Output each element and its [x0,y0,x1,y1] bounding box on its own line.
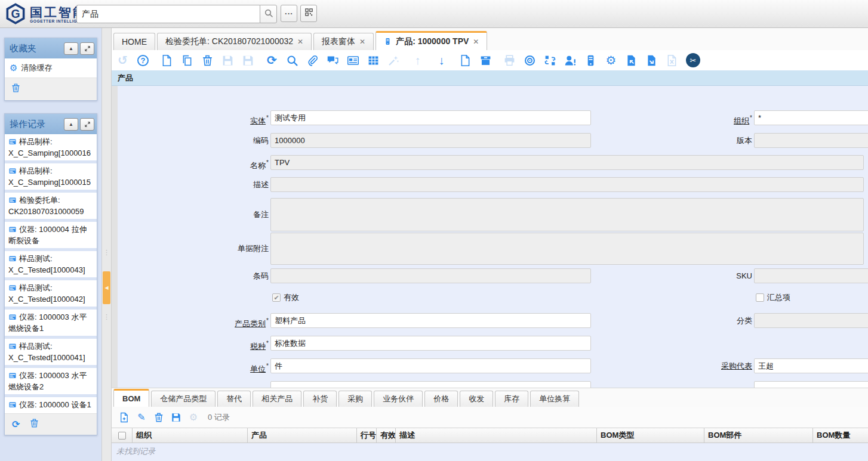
select-all-column[interactable] [112,428,133,443]
history-item[interactable]: 仪器: 1000000 设备1 [5,397,97,413]
close-icon[interactable]: ✕ [473,38,479,46]
record-count: 0 记录 [208,412,230,423]
tab-product-active[interactable]: 产品: 1000000 TPV ✕ [375,31,487,50]
field-label-org[interactable]: 组织* [651,110,752,128]
new-record-icon[interactable] [161,54,173,67]
detail-tab-inventory[interactable]: 库存 [495,391,528,407]
summary-item-checkbox[interactable] [756,293,764,302]
workflow-target-icon[interactable] [524,54,536,67]
tab-home[interactable]: HOME [113,33,155,50]
org-field[interactable]: * [754,110,868,125]
detail-tab-bom[interactable]: BOM [113,389,149,407]
detail-tab-unit-conversion[interactable]: 单位换算 [530,391,579,407]
clipped-field[interactable] [270,381,591,388]
detail-tab-business-partner[interactable]: 业务伙伴 [374,391,423,407]
history-item[interactable]: 样品测试: X_C_Tested[1000043] [5,251,97,277]
field-label-tax-type[interactable]: 税种* [167,336,269,354]
field-label-entity[interactable]: 实体* [167,110,269,128]
tab-inspection-order[interactable]: 检验委托单: CK201807021000032 ✕ [157,33,312,50]
purchase-rep-field[interactable]: 王超 [754,358,868,373]
copy-record-icon[interactable] [181,54,193,67]
column-header-description[interactable]: 描述 [396,428,597,443]
column-header-bom-qty[interactable]: BOM数量 [813,428,868,443]
tab-report-window[interactable]: 报表窗体 ✕ [313,33,374,50]
refresh-icon[interactable]: ⟳ [266,54,278,67]
card-view-icon[interactable] [347,54,359,67]
comments-icon[interactable] [327,54,339,67]
column-header-bom-part[interactable]: BOM部件 [704,428,813,443]
favorites-collapse-button[interactable]: ▲ [64,42,78,55]
detail-tab-price[interactable]: 价格 [424,391,458,407]
import-file-icon[interactable] [645,54,658,67]
history-item[interactable]: 仪器: 1000003 水平燃烧设备1 [5,310,97,336]
refresh-icon[interactable]: ⟳ [12,419,20,430]
form-left-gutter [112,86,118,388]
save-row-icon[interactable] [171,412,181,423]
trash-icon[interactable] [11,83,21,95]
pdf-export-icon[interactable] [459,54,472,67]
grid-view-icon[interactable] [367,54,380,67]
column-header-line-no[interactable]: 行号 [357,428,377,443]
delete-record-icon[interactable] [201,54,214,67]
field-label-product-category[interactable]: 产品类别* [167,313,269,331]
app-grid-button[interactable] [300,5,317,22]
history-item[interactable]: 样品制样: X_C_Samping[1000016 [5,134,97,160]
add-row-icon[interactable] [119,412,130,423]
sidebar-splitter[interactable]: ⋮ ◀ ⋮ [101,28,112,461]
favorites-footer [5,78,97,100]
history-item[interactable]: 仪器: 1000003 水平燃烧设备2 [5,368,97,394]
column-header-active[interactable]: 有效 [377,428,396,443]
field-label-purchase-rep[interactable]: 采购代表 [651,358,752,373]
close-icon[interactable]: ✕ [359,38,365,46]
splitter-collapse-handle[interactable]: ◀ [103,271,110,304]
attachment-icon[interactable] [306,54,319,67]
export-file-icon[interactable] [625,54,638,67]
product-category-field[interactable]: 塑料产品 [270,313,591,328]
column-header-bom-type[interactable]: BOM类型 [597,428,704,443]
search-button[interactable] [260,5,277,23]
help-icon[interactable]: ? [137,54,149,67]
tax-type-field[interactable]: 标准数据 [270,336,591,351]
record-card-icon [8,401,17,411]
column-header-product[interactable]: 产品 [248,428,357,443]
detail-tab-substitute[interactable]: 替代 [217,391,251,407]
clipped-field[interactable] [754,381,868,388]
history-expand-button[interactable] [80,118,94,131]
favorites-expand-button[interactable] [80,42,94,55]
clear-cache-item[interactable]: ⚙ 清除缓存 [5,58,97,78]
user-alert-icon[interactable] [564,54,577,67]
detail-tab-warehouse-product-type[interactable]: 仓储产品类型 [151,391,216,407]
device-icon[interactable] [584,54,597,67]
search-icon[interactable] [286,54,298,67]
history-item[interactable]: 仪器: 1000004 拉伸断裂设备 [5,222,97,248]
record-card-icon [8,372,17,382]
edit-row-icon[interactable]: ✎ [136,412,147,423]
select-all-checkbox[interactable] [118,432,126,440]
field-label-unit[interactable]: 单位* [167,358,269,376]
move-down-icon[interactable]: ↓ [435,54,448,67]
history-collapse-button[interactable]: ▲ [64,118,78,131]
data-transfer-icon[interactable] [544,54,556,67]
unit-field[interactable]: 件 [270,358,591,373]
entity-field[interactable]: 测试专用 [270,110,591,125]
detail-tab-purchasing[interactable]: 采购 [338,391,372,407]
field-label-code: 编码 [167,133,269,148]
shortcut-scissors-icon[interactable]: ✂ [686,53,700,67]
detail-tab-related-products[interactable]: 相关产品 [253,391,301,407]
trash-icon[interactable] [29,418,39,431]
more-options-button[interactable]: ... [281,5,297,22]
history-item[interactable]: 样品测试: X_C_Tested[1000042] [5,280,97,307]
settings-gear-icon[interactable]: ⚙ [605,54,617,67]
delete-row-icon[interactable] [153,412,164,423]
history-item[interactable]: 样品测试: X_C_Tested[1000041] [5,339,97,365]
column-header-org[interactable]: 组织 [133,428,248,443]
favorites-panel: 收藏夹 ▲ ⚙ 清除缓存 [4,38,97,101]
archive-icon[interactable] [479,54,492,67]
active-checkbox: ✔ [272,293,281,302]
global-search-input[interactable] [76,5,260,23]
history-item[interactable]: 样品制样: X_C_Samping[1000015 [5,163,97,190]
detail-tab-replenishment[interactable]: 补货 [303,391,337,407]
close-icon[interactable]: ✕ [297,38,303,46]
detail-tab-receipt-dispatch[interactable]: 收发 [460,391,493,407]
history-item[interactable]: 检验委托单: CK201807031000059 [5,193,97,219]
